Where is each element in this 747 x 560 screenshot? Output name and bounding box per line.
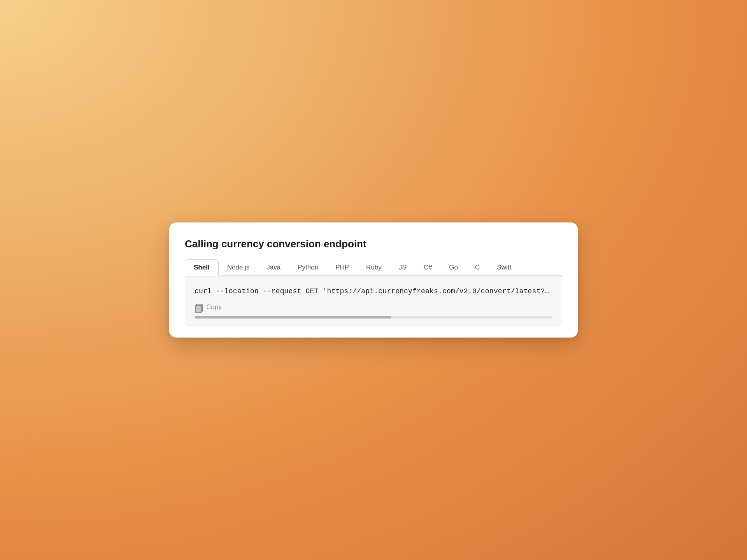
tab-nodejs[interactable]: Node.js [219, 259, 258, 276]
tab-go[interactable]: Go [440, 259, 466, 276]
card-title: Calling currency conversion endpoint [185, 238, 562, 250]
tab-shell[interactable]: Shell [185, 259, 219, 276]
scrollbar-track[interactable] [195, 316, 552, 318]
copy-icon [195, 303, 203, 312]
copy-button[interactable]: Copy [195, 303, 222, 312]
tab-js[interactable]: JS [390, 259, 415, 276]
code-area: curl --location --request GET 'https://a… [185, 276, 562, 326]
copy-label: Copy [206, 303, 222, 311]
tab-swift[interactable]: Swift [488, 259, 520, 276]
tab-csharp[interactable]: C# [415, 259, 441, 276]
tab-ruby[interactable]: Ruby [358, 259, 390, 276]
tab-python[interactable]: Python [289, 259, 327, 276]
language-tabs: Shell Node.js Java Python PHP Ruby JS C#… [185, 259, 562, 276]
tab-java[interactable]: Java [258, 259, 289, 276]
scrollbar-thumb [195, 316, 391, 318]
code-card: Calling currency conversion endpoint She… [169, 222, 578, 338]
tab-c[interactable]: C [466, 259, 488, 276]
tab-php[interactable]: PHP [327, 259, 358, 276]
code-line: curl --location --request GET 'https://a… [195, 287, 552, 295]
